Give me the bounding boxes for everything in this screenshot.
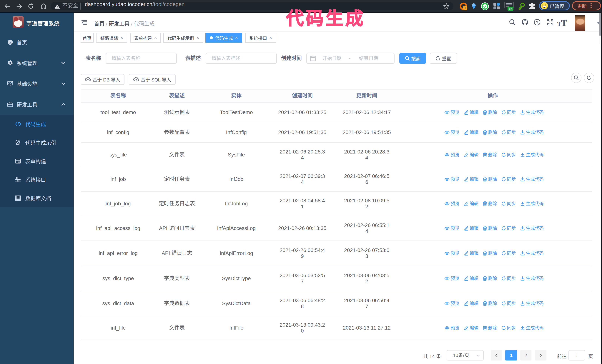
svg-text:on: on	[509, 7, 513, 10]
svg-text:?: ?	[536, 20, 538, 24]
